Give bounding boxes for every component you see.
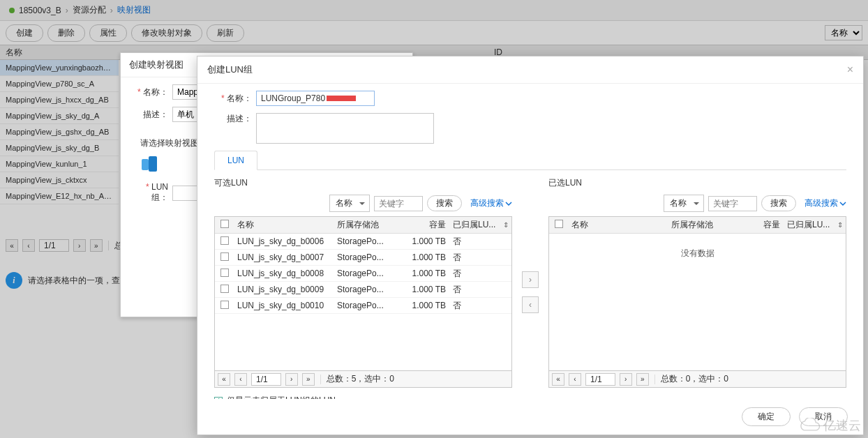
move-right-button[interactable]: › [522,271,539,288]
name-value: LUNGroup_P780 [261,93,325,103]
lun-row[interactable]: LUN_js_sky_dg_b0009StoragePo...1.000 TB否 [215,282,511,298]
left-total: 总数：5，选中：0 [327,373,394,385]
desc-label: 描述： [214,113,252,125]
search-field-select[interactable]: 名称 [664,195,704,212]
col-belongs[interactable]: 已归属LU... [784,219,835,231]
search-button[interactable]: 搜索 [427,195,462,211]
divider [654,375,655,384]
last-page-button[interactable]: » [302,373,315,386]
transfer-buttons: › ‹ [521,177,540,399]
create-button[interactable]: 创建 [6,24,43,42]
table-row[interactable]: MappingView_js_gshx_dg_AB [0,124,119,140]
delete-button[interactable]: 删除 [47,24,85,42]
col-pool[interactable]: 所属存储池 [671,219,735,231]
info-tip: i 请选择表格中的一项，查 [6,272,120,289]
prev-page-button[interactable]: ‹ [22,239,35,252]
divider [108,241,109,250]
first-page-button[interactable]: « [552,373,564,386]
name-input[interactable]: LUNGroup_P780 [256,91,375,106]
table-row[interactable]: MappingView_kunlun_1 [0,156,119,172]
select-all-checkbox[interactable] [220,220,229,228]
row-checkbox[interactable] [220,301,229,309]
close-icon[interactable]: × [847,63,853,76]
page-select[interactable]: 1/1 [251,373,281,386]
search-button[interactable]: 搜索 [761,195,796,211]
row-checkbox[interactable] [220,236,229,245]
prev-page-button[interactable]: ‹ [569,373,581,386]
right-pager: « ‹ 1/1 › » 总数：0，选中：0 [548,371,846,388]
col-belongs[interactable]: 已归属LU... [450,219,500,231]
page-select[interactable]: 1/1 [39,239,69,252]
available-lun-pane: 可选LUN 名称 搜索 高级搜索 名称 所属存储池 容量 已归属LU... ⇕ [214,177,512,399]
create-lungroup-modal: 创建LUN组 × 名称： LUNGroup_P780 描述： LUN 可选LUN… [197,56,864,435]
empty-text: 没有数据 [549,234,846,259]
col-capacity[interactable]: 容量 [735,219,784,231]
only-unassigned-label: 仅显示未归属于LUN组的LUN [227,395,336,399]
breadcrumb: 18500v3_B › 资源分配 › 映射视图 [0,0,868,21]
table-row[interactable]: MappingView_js_sky_dg_B [0,140,119,156]
row-checkbox[interactable] [220,269,229,277]
move-left-button[interactable]: ‹ [522,296,539,313]
first-page-button[interactable]: « [218,373,230,386]
next-page-button[interactable]: › [285,373,298,386]
tab-strip: LUN [214,151,846,170]
table-row[interactable]: MappingView_yunxingbaozhang [0,60,119,76]
available-title: 可选LUN [214,177,512,189]
toolbar: 创建 删除 属性 修改映射对象 刷新 名称 [0,21,868,45]
breadcrumb-l1[interactable]: 资源分配 [73,4,106,16]
col-pool[interactable]: 所属存储池 [337,219,401,231]
available-grid: 名称 所属存储池 容量 已归属LU... ⇕ LUN_js_sky_dg_b00… [214,216,512,371]
breadcrumb-l2[interactable]: 映射视图 [117,4,151,16]
row-checkbox[interactable] [220,252,229,261]
select-all-checkbox[interactable] [555,220,563,228]
refresh-button[interactable]: 刷新 [207,24,244,42]
advanced-search-link[interactable]: 高级搜索 [805,197,846,209]
selected-title: 已选LUN [548,177,846,189]
table-row[interactable]: MappingView_js_cktxcx [0,172,119,188]
advanced-search-link[interactable]: 高级搜索 [470,197,512,209]
table-row[interactable]: MappingView_p780_sc_A [0,76,119,92]
name-label: 名称： [214,93,252,105]
column-select[interactable]: 名称 [825,25,862,40]
ok-button[interactable]: 确定 [742,407,791,426]
breadcrumb-device[interactable]: 18500v3_B [19,6,61,15]
col-name[interactable]: 名称 [234,219,337,231]
lun-row[interactable]: LUN_js_sky_dg_b0007StoragePo...1.000 TB否 [215,250,511,266]
prev-page-button[interactable]: ‹ [234,373,247,386]
search-field-select[interactable]: 名称 [329,195,370,212]
page-select[interactable]: 1/1 [585,373,615,386]
selected-grid: 名称 所属存储池 容量 已归属LU... ⇕ 没有数据 [548,216,846,371]
lun-row[interactable]: LUN_js_sky_dg_b0008StoragePo...1.000 TB否 [215,266,511,282]
modal-footer: 确定 取消 [197,399,863,435]
scroll-icon[interactable]: ⇕ [500,221,511,229]
svg-rect-1 [149,156,157,172]
next-page-button[interactable]: › [73,239,86,252]
left-pager: « ‹ 1/1 › » 总数：5，选中：0 [214,371,512,388]
table-row[interactable]: MappingView_E12_hx_nb_ADG [0,188,119,204]
table-row[interactable]: MappingView_js_hxcx_dg_AB [0,92,119,108]
row-checkbox[interactable] [220,285,229,293]
modify-mapping-button[interactable]: 修改映射对象 [131,24,202,42]
redacted-text [327,96,356,101]
selected-lun-pane: 已选LUN 名称 搜索 高级搜索 名称 所属存储池 容量 已归属LU... ⇕ [548,177,846,399]
col-name[interactable]: 名称 [569,219,671,231]
tab-lun[interactable]: LUN [214,151,257,170]
last-page-button[interactable]: » [90,239,103,252]
next-page-button[interactable]: › [620,373,632,386]
info-icon: i [6,272,22,289]
col-capacity[interactable]: 容量 [401,219,450,231]
properties-button[interactable]: 属性 [89,24,127,42]
search-input[interactable] [374,196,423,211]
search-input[interactable] [708,196,757,211]
table-row[interactable]: MappingView_js_sky_dg_A [0,108,119,124]
lun-row[interactable]: LUN_js_sky_dg_b0006StoragePo...1.000 TB否 [215,234,511,250]
modal2-title: 创建LUN组 [207,63,253,76]
only-unassigned-checkbox[interactable] [214,397,223,400]
first-page-button[interactable]: « [6,239,18,252]
desc-textarea[interactable] [256,113,434,144]
lun-row[interactable]: LUN_js_sky_dg_b0010StoragePo...1.000 TB否 [215,298,511,314]
name-label: 名称： [130,86,168,98]
last-page-button[interactable]: » [636,373,649,386]
info-text: 请选择表格中的一项，查 [28,275,120,287]
scroll-icon[interactable]: ⇕ [835,221,846,229]
